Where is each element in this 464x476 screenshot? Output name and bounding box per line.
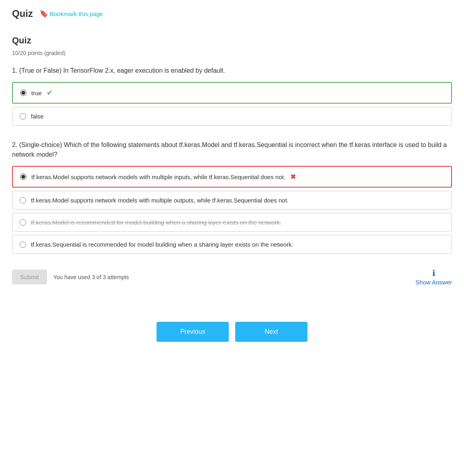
show-answer-label: Show Answer	[415, 279, 452, 286]
radio-q1-true[interactable]	[20, 90, 26, 96]
nav-buttons: Previous Next	[12, 322, 452, 358]
option-label-q1-true: true	[31, 90, 42, 96]
correct-icon: ✔	[47, 88, 53, 97]
submit-button[interactable]: Submit	[12, 270, 47, 284]
option-label-q2-d: tf.keras.Sequential is recommended for m…	[31, 241, 293, 248]
quiz-points: 10/20 points (graded)	[12, 50, 452, 56]
radio-q2-a[interactable]	[20, 174, 26, 180]
option-label-q1-false: false	[31, 113, 44, 120]
question-block-2: 2. (Single-choice) Which of the followin…	[12, 140, 452, 254]
option-q1-true[interactable]: true ✔	[12, 82, 452, 104]
option-label-q2-c: tf.keras.Model is recommended for model …	[31, 219, 281, 226]
bookmark-link[interactable]: 🔖 Bookmark this page	[39, 9, 103, 18]
show-answer-button[interactable]: ℹ Show Answer	[415, 268, 452, 286]
option-q2-a[interactable]: tf.keras.Model supports network models w…	[12, 166, 452, 188]
previous-button[interactable]: Previous	[157, 322, 229, 342]
option-label-q2-b: tf.keras.Model supports network models w…	[31, 197, 289, 204]
page-title: Quiz	[12, 8, 33, 19]
option-q2-b[interactable]: tf.keras.Model supports network models w…	[12, 191, 452, 210]
attempts-text: You have used 3 of 3 attempts	[53, 274, 129, 280]
radio-q2-b[interactable]	[20, 197, 26, 204]
submit-row: Submit You have used 3 of 3 attempts ℹ S…	[12, 268, 452, 286]
question-text-2: 2. (Single-choice) Which of the followin…	[12, 140, 452, 159]
page-header: Quiz 🔖 Bookmark this page	[12, 8, 452, 19]
option-q2-c[interactable]: tf.keras.Model is recommended for model …	[12, 213, 452, 232]
radio-q1-false[interactable]	[20, 113, 26, 120]
quiz-title: Quiz	[12, 35, 452, 46]
bookmark-label: Bookmark this page	[50, 10, 103, 17]
radio-q2-c[interactable]	[20, 219, 26, 226]
question-text-1: 1. (True or False) In TensorFlow 2.x, ea…	[12, 66, 452, 76]
option-q2-d[interactable]: tf.keras.Sequential is recommended for m…	[12, 235, 452, 254]
bookmark-icon: 🔖	[39, 9, 48, 18]
info-icon: ℹ	[432, 268, 436, 278]
option-q1-false[interactable]: false	[12, 107, 452, 126]
quiz-section: Quiz 10/20 points (graded) 1. (True or F…	[12, 31, 452, 290]
incorrect-icon: ✖	[290, 172, 296, 181]
option-label-q2-a: tf.keras.Model supports network models w…	[31, 174, 285, 180]
next-button[interactable]: Next	[235, 322, 307, 342]
question-block-1: 1. (True or False) In TensorFlow 2.x, ea…	[12, 66, 452, 126]
radio-q2-d[interactable]	[20, 241, 26, 248]
submit-left: Submit You have used 3 of 3 attempts	[12, 270, 129, 284]
